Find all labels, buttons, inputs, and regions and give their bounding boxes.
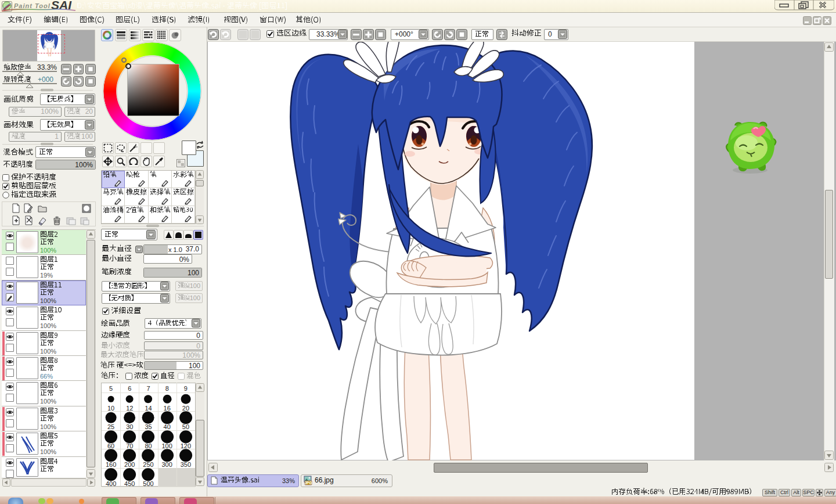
svg-text:JPG: JPG [304,481,312,485]
